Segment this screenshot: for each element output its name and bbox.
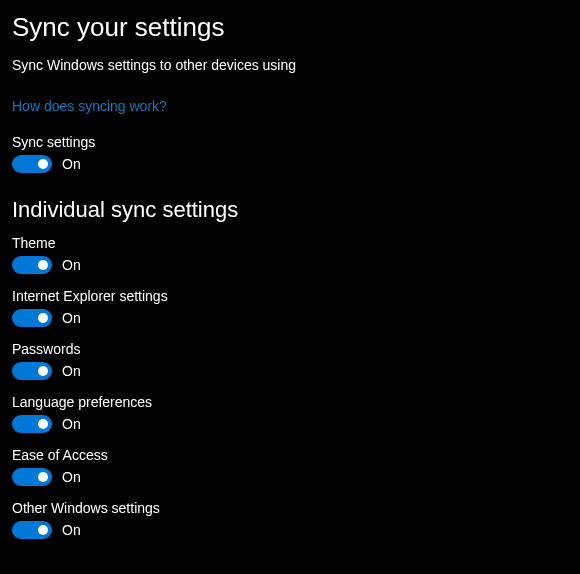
sync-settings-group: Sync settings On [12,134,568,173]
sync-settings-state: On [62,156,81,172]
language-label: Language preferences [12,394,568,410]
ie-settings-label: Internet Explorer settings [12,288,568,304]
other-windows-state: On [62,522,81,538]
ease-of-access-toggle[interactable] [12,468,52,486]
passwords-label: Passwords [12,341,568,357]
toggle-knob [38,159,48,169]
theme-toggle[interactable] [12,256,52,274]
toggle-knob [38,472,48,482]
other-windows-toggle[interactable] [12,521,52,539]
theme-label: Theme [12,235,568,251]
toggle-knob [38,260,48,270]
ease-of-access-label: Ease of Access [12,447,568,463]
toggle-knob [38,313,48,323]
sync-description: Sync Windows settings to other devices u… [12,57,568,73]
passwords-toggle[interactable] [12,362,52,380]
sync-settings-label: Sync settings [12,134,568,150]
ease-of-access-group: Ease of Access On [12,447,568,486]
toggle-knob [38,366,48,376]
language-toggle-row: On [12,415,568,433]
theme-toggle-row: On [12,256,568,274]
other-windows-group: Other Windows settings On [12,500,568,539]
sync-settings-toggle-row: On [12,155,568,173]
ie-settings-toggle[interactable] [12,309,52,327]
ease-of-access-toggle-row: On [12,468,568,486]
page-title: Sync your settings [12,12,568,43]
toggle-knob [38,525,48,535]
other-windows-toggle-row: On [12,521,568,539]
passwords-state: On [62,363,81,379]
ie-settings-toggle-row: On [12,309,568,327]
ie-settings-state: On [62,310,81,326]
language-state: On [62,416,81,432]
ease-of-access-state: On [62,469,81,485]
individual-section-title: Individual sync settings [12,197,568,223]
theme-state: On [62,257,81,273]
help-link[interactable]: How does syncing work? [12,98,167,114]
toggle-knob [38,419,48,429]
ie-settings-group: Internet Explorer settings On [12,288,568,327]
theme-group: Theme On [12,235,568,274]
language-group: Language preferences On [12,394,568,433]
other-windows-label: Other Windows settings [12,500,568,516]
passwords-toggle-row: On [12,362,568,380]
language-toggle[interactable] [12,415,52,433]
sync-settings-toggle[interactable] [12,155,52,173]
passwords-group: Passwords On [12,341,568,380]
